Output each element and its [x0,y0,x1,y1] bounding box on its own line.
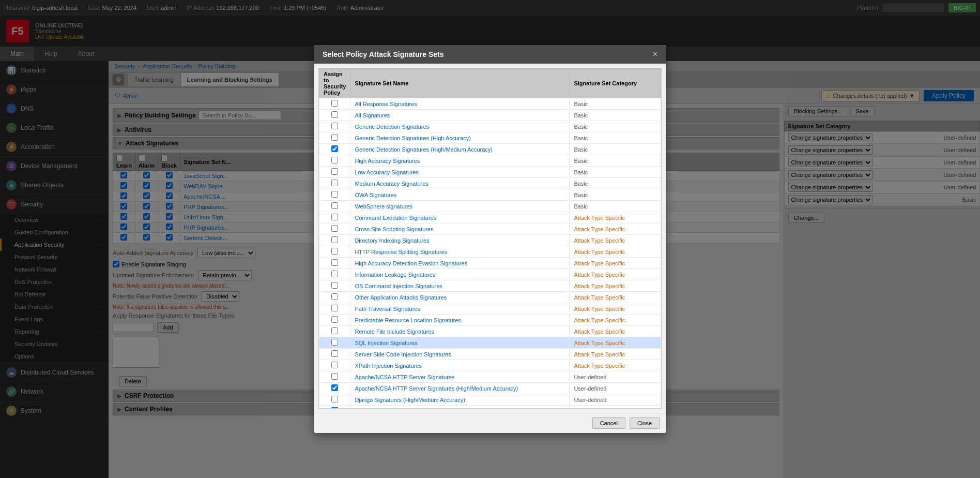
modal-row-name: WebSphere signatures [350,201,570,212]
row-checkbox[interactable] [331,259,338,266]
row-checkbox[interactable] [331,316,338,323]
row-checkbox[interactable] [331,214,338,220]
modal-row-name: High Accuracy Signatures [350,155,570,167]
row-checkbox[interactable] [331,396,338,402]
row-checkbox[interactable] [331,373,338,380]
modal-table-row[interactable]: OWA SignaturesBasic [319,189,661,201]
row-checkbox[interactable] [331,384,338,391]
modal-row-name: High Accuracy Detection Evasion Signatur… [350,258,570,269]
modal-table-row[interactable]: Cross Site Scripting SignaturesAttack Ty… [319,223,661,235]
modal-table-row[interactable]: Information Leakage SignaturesAttack Typ… [319,269,661,280]
modal-table-row[interactable]: Predictable Resource Location Signatures… [319,315,661,326]
modal-row-name: HTTP Response Splitting Signatures [350,246,570,258]
modal-row-category: User-defined [570,406,661,409]
modal-row-category: Basic [570,201,661,212]
modal-row-category: Attack Type Specific [570,235,661,246]
modal-row-name: Apache/NCSA HTTP Server Signatures (High… [350,383,570,394]
modal-table-row[interactable]: Server Side Code Injection SignaturesAtt… [319,349,661,360]
modal-table-row[interactable]: Other Application Attacks SignaturesAtta… [319,292,661,303]
modal-row-name: JavaScript Signatures (High/Medium Accur… [350,406,570,409]
modal-table-row[interactable]: Apache/NCSA HTTP Server SignaturesUser-d… [319,371,661,383]
row-checkbox[interactable] [331,100,338,107]
modal-row-category: Basic [570,189,661,201]
row-checkbox[interactable] [331,293,338,300]
row-checkbox[interactable] [331,145,338,152]
row-checkbox[interactable] [331,123,338,129]
modal-row-category: Attack Type Specific [570,303,661,315]
modal-row-category: Basic [570,155,661,167]
modal-table-row[interactable]: Path Traversal SignaturesAttack Type Spe… [319,303,661,315]
modal-table-row[interactable]: Medium Accuracy SignaturesBasic [319,178,661,189]
modal-row-category: Basic [570,132,661,144]
modal-row-name: OWA Signatures [350,189,570,201]
modal-table-row[interactable]: Django Signatures (High/Medium Accuracy)… [319,394,661,406]
row-checkbox[interactable] [331,236,338,243]
modal-row-name: SQL Injection Signatures [350,337,570,349]
row-checkbox[interactable] [331,180,338,186]
row-checkbox[interactable] [331,407,338,409]
modal-row-category: Attack Type Specific [570,223,661,235]
modal-close-footer-button[interactable]: Close [630,417,660,429]
modal-table-row[interactable]: Generic Detection SignaturesBasic [319,121,661,132]
modal-table-row[interactable]: HTTP Response Splitting SignaturesAttack… [319,246,661,258]
modal-table-row[interactable]: WebSphere signaturesBasic [319,201,661,212]
modal-dialog: Select Policy Attack Signature Sets × As… [314,45,666,433]
modal-col-name: Signature Set Name [350,69,570,98]
row-checkbox[interactable] [331,350,338,357]
modal-row-category: User-defined [570,394,661,406]
modal-overlay: Select Policy Attack Signature Sets × As… [0,0,980,478]
row-checkbox[interactable] [331,271,338,277]
modal-table-row[interactable]: Command Execution SignaturesAttack Type … [319,212,661,223]
row-checkbox[interactable] [331,327,338,334]
modal-row-category: Basic [570,167,661,178]
row-checkbox[interactable] [331,134,338,141]
modal-table-row[interactable]: Directory Indexing SignaturesAttack Type… [319,235,661,246]
row-checkbox[interactable] [331,225,338,232]
row-checkbox[interactable] [331,282,338,289]
modal-table-row[interactable]: High Accuracy SignaturesBasic [319,155,661,167]
row-checkbox[interactable] [331,362,338,368]
modal-row-name: Django Signatures (High/Medium Accuracy) [350,394,570,406]
row-checkbox[interactable] [331,157,338,163]
modal-table-row[interactable]: SQL Injection SignaturesAttack Type Spec… [319,337,661,349]
modal-row-category: Basic [570,121,661,132]
modal-row-category: Attack Type Specific [570,349,661,360]
row-checkbox[interactable] [331,202,338,209]
modal-table-row[interactable]: Remote File Include SignaturesAttack Typ… [319,326,661,337]
modal-table-row[interactable]: OS Command Injection SignaturesAttack Ty… [319,280,661,292]
modal-table-row[interactable]: JavaScript Signatures (High/Medium Accur… [319,406,661,409]
modal-row-name: Server Side Code Injection Signatures [350,349,570,360]
modal-row-name: Remote File Include Signatures [350,326,570,337]
modal-table-row[interactable]: All SignaturesBasic [319,110,661,121]
modal-table-row[interactable]: XPath Injection SignaturesAttack Type Sp… [319,360,661,371]
modal-row-name: Directory Indexing Signatures [350,235,570,246]
modal-title: Select Policy Attack Signature Sets [323,50,443,58]
modal-row-category: Basic [570,144,661,155]
modal-body: Assign to Security Policy Signature Set … [314,64,666,413]
row-checkbox[interactable] [331,111,338,118]
row-checkbox[interactable] [331,191,338,198]
modal-row-name: Cross Site Scripting Signatures [350,223,570,235]
modal-col-assign: Assign to Security Policy [319,69,350,98]
modal-table-row[interactable]: Low Accuracy SignaturesBasic [319,167,661,178]
row-checkbox[interactable] [331,305,338,311]
modal-cancel-button[interactable]: Cancel [592,417,625,429]
modal-table-row[interactable]: High Accuracy Detection Evasion Signatur… [319,258,661,269]
row-checkbox[interactable] [331,168,338,175]
modal-table-row[interactable]: All Response SignaturesBasic [319,98,661,110]
modal-row-name: XPath Injection Signatures [350,360,570,371]
modal-row-category: Attack Type Specific [570,246,661,258]
modal-row-name: Information Leakage Signatures [350,269,570,280]
row-checkbox[interactable] [331,339,338,346]
modal-table-row[interactable]: Generic Detection Signatures (High Accur… [319,132,661,144]
modal-row-category: Basic [570,98,661,110]
modal-close-button[interactable]: × [653,50,657,58]
modal-table-container[interactable]: Assign to Security Policy Signature Set … [318,68,662,409]
modal-row-category: Attack Type Specific [570,315,661,326]
modal-row-category: Attack Type Specific [570,360,661,371]
modal-table-row[interactable]: Generic Detection Signatures (High/Mediu… [319,144,661,155]
row-checkbox[interactable] [331,248,338,255]
modal-row-name: Predictable Resource Location Signatures [350,315,570,326]
modal-row-category: User-defined [570,371,661,383]
modal-table-row[interactable]: Apache/NCSA HTTP Server Signatures (High… [319,383,661,394]
